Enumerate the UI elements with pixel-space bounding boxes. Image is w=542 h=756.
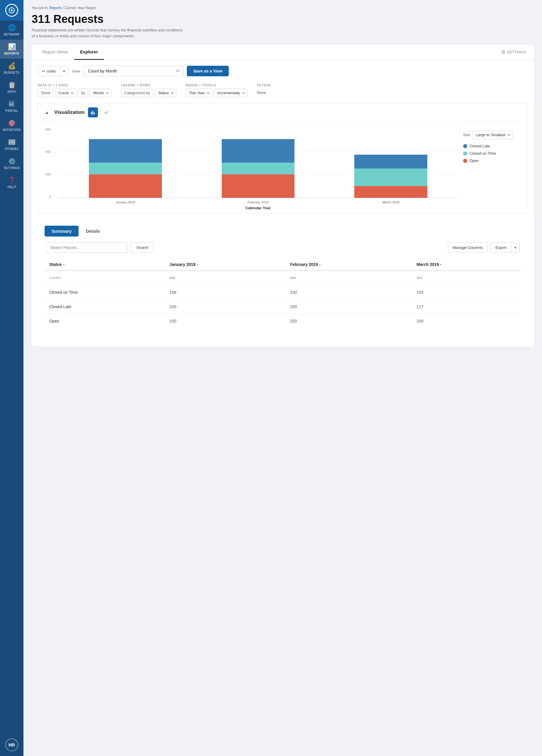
bar-mar-closed-on-time[interactable] [354, 168, 427, 186]
jan-sort[interactable]: January 2019 ▾ [170, 262, 198, 267]
legend-dot-closed-late [463, 144, 467, 148]
legend-label-closed-late: Closed Late [470, 144, 490, 148]
sort-arrow-jan: ▾ [197, 263, 198, 266]
categorized-select[interactable]: Status [155, 89, 176, 97]
tab-report-views[interactable]: Report Views [36, 45, 74, 60]
y-tick-600: 600 [45, 128, 51, 131]
y-tick-200: 200 [45, 173, 51, 176]
bar-feb-closed-on-time[interactable] [222, 163, 295, 174]
network-icon: 🌐 [8, 24, 16, 32]
mar-sort[interactable]: March 2019 ▾ [416, 262, 441, 267]
sidebar-item-initiatives[interactable]: 🎯 INITIATIVES [0, 116, 23, 135]
sidebar-item-label: INITIATIVES [3, 128, 21, 131]
sidebar-item-label: REPORTS [4, 52, 19, 55]
sort-arrow-feb: ▾ [319, 263, 320, 266]
col-header-jan: January 2019 ▾ [165, 259, 285, 271]
visualization-section: ▲ Visualization [38, 103, 528, 213]
bar-stack-mar[interactable] [354, 155, 427, 198]
legend-rows-label: LEGEND + ROWS [121, 83, 176, 87]
save-as-view-button[interactable]: Save as a View [187, 66, 229, 76]
page-description: Financial statements are written records… [32, 27, 184, 39]
sidebar-item-help[interactable]: ❓ HELP [0, 173, 23, 192]
sidebar-item-stories[interactable]: 📰 STORIES [0, 135, 23, 154]
undo-icon: ↩ [42, 69, 45, 73]
legend-label-closed-on-time: Closed on Time [470, 151, 496, 156]
range-select[interactable]: This Year [186, 89, 212, 97]
by-label: by [78, 89, 89, 97]
export-button[interactable]: Export [491, 243, 511, 252]
tab-details[interactable]: Details [79, 226, 107, 237]
chevron-down-icon: ▾ [63, 69, 65, 73]
range-totals-label: RANGE + TOTALS [186, 83, 248, 87]
table-row: Closed on Time 168 100 150 [45, 285, 521, 300]
bar-mar-closed-late[interactable] [354, 155, 427, 168]
show-select[interactable]: Count [55, 89, 76, 97]
x-label-jan: January 2019 [59, 200, 192, 204]
sidebar-item-label: STORIES [5, 147, 18, 151]
tab-summary[interactable]: Summary [45, 226, 79, 237]
viz-collapse-button[interactable]: ▲ [43, 109, 51, 115]
breadcrumb-reports-link[interactable]: Reports [49, 6, 62, 10]
sidebar-logo[interactable] [0, 0, 23, 21]
table-header-row: Status ▾ January 2019 ▾ [45, 259, 521, 271]
status-closed-late: Closed Late [45, 300, 165, 314]
bar-jan-closed-on-time[interactable] [89, 163, 162, 174]
feb-sort[interactable]: February 2019 ▾ [290, 262, 320, 267]
undo-button[interactable]: ↩ Undo [38, 66, 60, 76]
tab-explorer[interactable]: Explorer [74, 45, 104, 60]
data-controls: DATA (X + Y AXIS) Show Count by Month LE… [38, 83, 528, 97]
search-input[interactable] [46, 242, 128, 253]
user-avatar[interactable]: MB [5, 738, 18, 751]
sidebar-item-portal[interactable]: 🏛 PORTAL [0, 97, 23, 116]
sidebar-item-settings[interactable]: ⚙️ SETTINGS [0, 154, 23, 173]
sidebar-item-label: DATA [8, 90, 16, 93]
settings-button[interactable]: ⚙ SETTINGS [498, 48, 529, 57]
view-label: View [72, 69, 80, 73]
count-label: COUNT [45, 271, 165, 285]
y-tick-400: 400 [45, 150, 51, 153]
bar-feb-open[interactable] [222, 174, 295, 198]
open-feb: 200 [285, 314, 412, 328]
summary-tabs: Summary Details [45, 226, 521, 237]
svg-rect-1 [91, 112, 92, 114]
data-table: Status ▾ January 2019 ▾ [45, 259, 521, 328]
sidebar-item-network[interactable]: 🌐 NETWORK [0, 21, 23, 40]
bar-feb-closed-late[interactable] [222, 139, 295, 163]
status-sort[interactable]: Status ▾ [49, 262, 65, 267]
export-dropdown-button[interactable]: ▾ [511, 243, 519, 252]
undo-dropdown-button[interactable]: ▾ [60, 66, 68, 76]
sidebar-item-label: HELP [8, 185, 16, 189]
manage-columns-button[interactable]: Manage Columns [448, 242, 488, 253]
svg-rect-2 [92, 111, 93, 114]
viz-line-chart-button[interactable] [102, 107, 112, 117]
legend-rows-group: LEGEND + ROWS Categorized by Status [121, 83, 176, 97]
data-axis-label: DATA (X + Y AXIS) [38, 83, 112, 87]
sort-select[interactable]: Large to Smallest [472, 131, 513, 139]
logo-icon [5, 4, 18, 17]
totals-select[interactable]: Incrementally [214, 89, 248, 97]
count-jan: 568 [165, 271, 285, 285]
filters-label: FILTERS [257, 83, 271, 87]
sidebar-item-budgets[interactable]: 💰 BUDGETS [0, 59, 23, 78]
data-icon: 📋 [8, 81, 16, 89]
bar-stack-jan[interactable] [89, 139, 162, 198]
bar-mar-open[interactable] [354, 186, 427, 198]
table-toolbar: Search Manage Columns Export ▾ [45, 242, 521, 253]
bar-jan-open[interactable] [89, 174, 162, 198]
view-select[interactable]: Count by Month [84, 66, 183, 76]
by-select[interactable]: Month [90, 89, 112, 97]
bar-jan-closed-late[interactable] [89, 139, 162, 163]
search-button[interactable]: Search [131, 242, 154, 253]
table-row: Open 200 200 100 [45, 314, 521, 328]
legend-dot-closed-on-time [463, 151, 467, 156]
filters-row: None [257, 89, 271, 97]
budgets-icon: 💰 [8, 62, 16, 70]
sidebar-item-reports[interactable]: 📊 REPORTS [0, 40, 23, 59]
closed-on-time-mar: 150 [412, 285, 521, 300]
chevron-down-icon: ▾ [514, 245, 516, 250]
bar-stack-feb[interactable] [222, 139, 295, 198]
sidebar-item-data[interactable]: 📋 DATA [0, 78, 23, 97]
legend-open: Open [463, 158, 522, 163]
data-axis-row: Show Count by Month [38, 89, 112, 97]
viz-bar-chart-button[interactable] [88, 107, 98, 117]
